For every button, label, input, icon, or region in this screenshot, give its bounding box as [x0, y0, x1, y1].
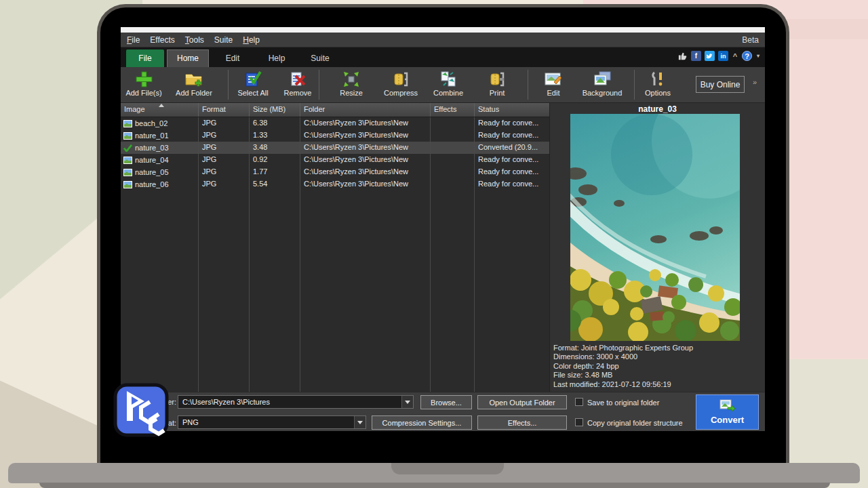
open-output-folder-button[interactable]: Open Output Folder	[477, 395, 567, 409]
menu-tools[interactable]: Tools	[185, 35, 204, 45]
output-panel: Output folder: C:\Users\Ryzen 3\Pictures…	[121, 392, 765, 431]
copy-structure-label: Copy original folder structure	[587, 419, 683, 427]
compression-settings-button[interactable]: Compression Settings...	[372, 415, 472, 430]
save-to-original-label: Save to original folder	[587, 399, 659, 407]
table-row[interactable]: beach_02 JPG 6.38 C:\Users\Ryzen 3\Pictu…	[121, 117, 549, 129]
social-bar: f in ^ ? ▾	[677, 51, 761, 61]
image-thumb-icon	[123, 169, 132, 176]
file-list: Image Format Size (MB) Folder Effects St…	[121, 103, 549, 392]
copy-structure-checkbox[interactable]	[575, 418, 583, 426]
dropdown-arrow-icon[interactable]	[401, 396, 413, 408]
combine-icon	[427, 69, 469, 89]
beta-badge: Beta	[742, 35, 759, 45]
meta-file-size: File size: 3.48 MB	[553, 371, 693, 380]
menu-help[interactable]: Help	[243, 35, 260, 45]
image-thumb-icon	[123, 181, 132, 188]
table-row-selected[interactable]: nature_03 JPG 3.48 C:\Users\Ryzen 3\Pict…	[121, 142, 549, 154]
preview-title: nature_03	[550, 103, 765, 114]
buy-online-button[interactable]: Buy Online	[696, 76, 745, 93]
image-metadata: Format: Joint Photographic Experts Group…	[553, 344, 693, 389]
options-icon	[639, 69, 677, 89]
edit-button[interactable]: Edit	[536, 69, 571, 97]
column-header-folder[interactable]: Folder	[300, 103, 431, 117]
toolbar-separator	[634, 70, 635, 100]
collapse-ribbon-icon[interactable]: ^	[732, 51, 738, 61]
tab-file[interactable]: File	[126, 49, 164, 67]
tab-help[interactable]: Help	[256, 49, 297, 67]
resize-icon	[332, 69, 370, 89]
column-header-format[interactable]: Format	[199, 103, 250, 117]
toolbar-separator	[528, 70, 528, 100]
laptop-base-notch	[391, 463, 504, 474]
menu-suite[interactable]: Suite	[214, 35, 233, 45]
linkedin-icon[interactable]: in	[718, 51, 728, 61]
column-header-size[interactable]: Size (MB)	[250, 103, 300, 117]
file-list-header: Image Format Size (MB) Folder Effects St…	[121, 103, 549, 117]
preview-panel: nature_03	[549, 103, 765, 392]
image-thumb-icon	[123, 120, 132, 127]
toolbar: Add File(s) Add Folder Select All Remove	[121, 67, 765, 103]
meta-color-depth: Color depth: 24 bpp	[553, 362, 693, 371]
meta-dimensions: Dimensions: 3000 x 4000	[553, 352, 693, 361]
tab-edit[interactable]: Edit	[212, 49, 254, 67]
remove-icon	[279, 69, 317, 89]
menu-file[interactable]: File	[127, 35, 140, 45]
save-to-original-checkbox[interactable]	[575, 398, 583, 406]
toolbar-overflow-icon[interactable]: »	[753, 78, 757, 86]
column-header-status[interactable]: Status	[475, 103, 549, 117]
help-dropdown-icon[interactable]: ▾	[755, 51, 761, 61]
print-icon	[476, 69, 518, 89]
select-all-icon	[232, 69, 274, 89]
converted-check-icon	[123, 144, 132, 152]
ribbon-tab-bar: File Home Edit Help Suite f in ^ ? ▾	[121, 47, 765, 67]
column-header-image[interactable]: Image	[121, 103, 199, 117]
image-thumb-icon	[123, 132, 132, 140]
meta-last-modified: Last modified: 2021-07-12 09:56:19	[553, 380, 693, 389]
facebook-icon[interactable]: f	[691, 51, 701, 61]
add-folder-icon	[168, 69, 220, 89]
scene: File Effects Tools Suite Help Beta File …	[0, 0, 868, 488]
pcc-logo	[113, 383, 169, 437]
output-folder-combobox[interactable]: C:\Users\Ryzen 3\Pictures	[178, 395, 414, 409]
menu-effects[interactable]: Effects	[150, 35, 174, 45]
like-icon[interactable]	[677, 51, 688, 61]
effects-button[interactable]: Effects...	[477, 415, 567, 430]
dropdown-arrow-icon[interactable]	[354, 416, 366, 428]
table-row[interactable]: nature_01 JPG 1.33 C:\Users\Ryzen 3\Pict…	[121, 129, 549, 142]
resize-button[interactable]: Resize	[332, 69, 370, 97]
table-row[interactable]: nature_04 JPG 0.92 C:\Users\Ryzen 3\Pict…	[121, 154, 549, 166]
options-button[interactable]: Options	[639, 69, 677, 97]
help-icon[interactable]: ?	[742, 51, 752, 61]
add-folder-button[interactable]: Add Folder	[168, 69, 220, 97]
tab-home[interactable]: Home	[167, 49, 209, 67]
tab-suite[interactable]: Suite	[300, 49, 340, 67]
select-all-button[interactable]: Select All	[232, 69, 274, 97]
add-files-icon	[122, 69, 165, 89]
print-button[interactable]: Print	[476, 69, 518, 97]
add-files-button[interactable]: Add File(s)	[122, 69, 165, 97]
convert-icon	[719, 399, 736, 413]
combine-button[interactable]: Combine	[427, 69, 469, 97]
laptop-base-lip	[39, 483, 830, 488]
output-format-combobox[interactable]: PNG	[178, 415, 366, 429]
background-button[interactable]: Background	[576, 69, 628, 97]
table-row[interactable]: nature_05 JPG 1.77 C:\Users\Ryzen 3\Pict…	[121, 166, 549, 178]
meta-format: Format: Joint Photographic Experts Group	[553, 344, 693, 352]
table-row[interactable]: nature_06 JPG 5.54 C:\Users\Ryzen 3\Pict…	[121, 178, 549, 190]
edit-icon	[536, 69, 571, 89]
main-area: Image Format Size (MB) Folder Effects St…	[121, 103, 765, 392]
compress-button[interactable]: Compress	[380, 69, 422, 97]
convert-button[interactable]: Convert	[696, 394, 759, 430]
browse-button[interactable]: Browse...	[420, 395, 472, 409]
toolbar-separator	[319, 70, 319, 100]
preview-image	[570, 114, 740, 341]
image-thumb-icon	[123, 157, 132, 164]
column-header-effects[interactable]: Effects	[431, 103, 475, 117]
remove-button[interactable]: Remove	[279, 69, 317, 97]
window-title-strip	[121, 27, 765, 33]
sort-ascending-icon	[159, 104, 164, 107]
menu-bar: File Effects Tools Suite Help Beta	[121, 33, 765, 47]
background-icon	[576, 69, 628, 89]
toolbar-separator	[228, 70, 229, 100]
twitter-icon[interactable]	[705, 51, 715, 61]
